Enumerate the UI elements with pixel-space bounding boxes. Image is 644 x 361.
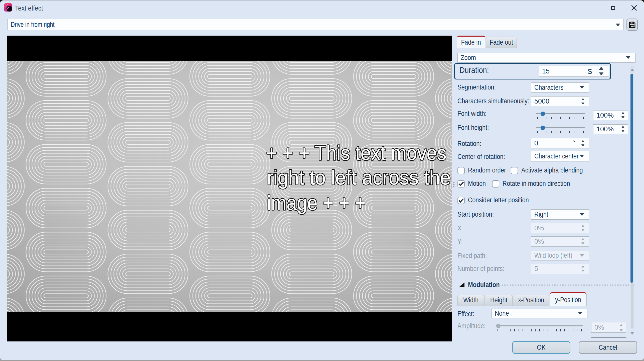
svg-text:+ + + This text moves: + + + This text moves [266,141,446,164]
svg-text:right to left across the: right to left across the [267,166,451,189]
svg-text:image + + +: image + + + [267,191,366,214]
